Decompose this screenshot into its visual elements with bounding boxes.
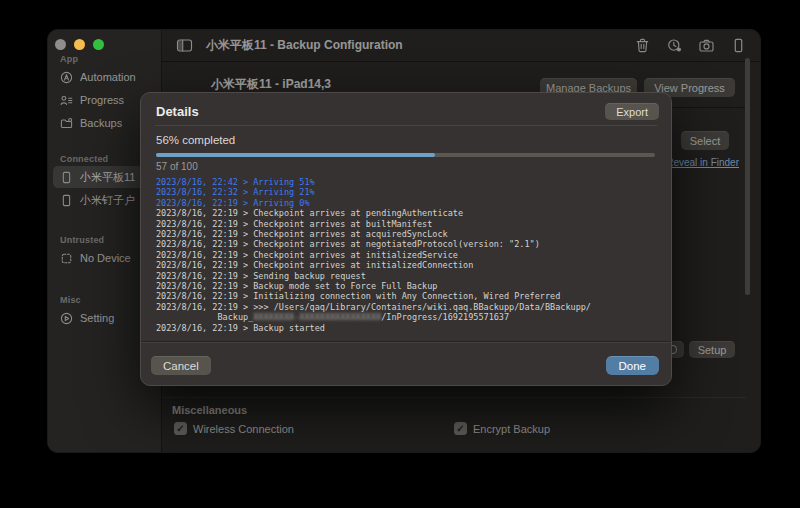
log-line: 2023/8/16, 22:19 > Checkpoint arrives at… [156,260,663,270]
log-line: 2023/8/16, 22:32 > Arriving 21% [156,187,663,197]
progress-bar [156,153,655,157]
traffic-lights [55,39,104,50]
dialog-header: Details Export [156,101,659,122]
log-lines: 2023/8/16, 22:42 > Arriving 51%2023/8/16… [156,177,663,333]
log-line: 2023/8/16, 22:19 > Backup mode set to Fo… [156,281,663,291]
log-line: 2023/8/16, 22:19 > Sending backup reques… [156,271,663,281]
details-dialog: Details Export 56% completed 57 of 100 2… [140,92,672,386]
divider [155,125,657,126]
progress-fill [156,153,435,157]
minimize-button[interactable] [74,39,85,50]
export-button[interactable]: Export [605,103,659,120]
screen: AppAutomationProgressBackupsConnected小米平… [0,0,800,508]
log-line: 2023/8/16, 22:19 > Checkpoint arrives at… [156,229,663,239]
close-button[interactable] [55,39,66,50]
log-line: 2023/8/16, 22:19 > Backup started [156,323,663,333]
log-line: Backup_XXXXXXXX-XXXXXXXXXXXXXXXX/InProgr… [156,312,663,322]
cancel-button[interactable]: Cancel [151,356,211,375]
progress-label: 56% completed [156,134,235,146]
divider [141,342,671,343]
log-line: 2023/8/16, 22:19 > Checkpoint arrives at… [156,250,663,260]
log-line: 2023/8/16, 22:19 > Arriving 0% [156,198,663,208]
log-line: 2023/8/16, 22:19 > Checkpoint arrives at… [156,239,663,249]
log-line: 2023/8/16, 22:19 > >>> /Users/qaq/Librar… [156,302,663,312]
progress-count: 57 of 100 [156,161,198,172]
zoom-button[interactable] [93,39,104,50]
log-line: 2023/8/16, 22:19 > Checkpoint arrives at… [156,208,663,218]
log-line: 2023/8/16, 22:42 > Arriving 51% [156,177,663,187]
redacted-backup-id: XXXXXXXX-XXXXXXXXXXXXXXXX [253,312,381,322]
dialog-title: Details [156,104,199,119]
log-line: 2023/8/16, 22:19 > Initializing connecti… [156,291,663,301]
done-button[interactable]: Done [606,356,660,375]
log-line: 2023/8/16, 22:19 > Checkpoint arrives at… [156,219,663,229]
